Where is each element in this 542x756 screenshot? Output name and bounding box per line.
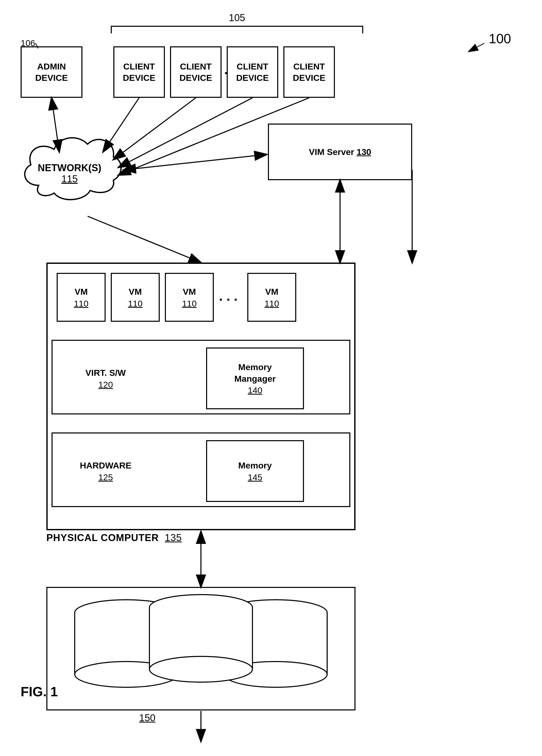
client-group-bracket — [111, 26, 363, 33]
client-device-3-label: CLIENTDEVICE — [236, 61, 269, 83]
client-device-1: CLIENTDEVICE — [113, 46, 165, 98]
physical-computer-label: PHYSICAL COMPUTER 135 — [46, 532, 182, 543]
svg-line-26 — [118, 98, 252, 167]
virt-sw-label-container: VIRT. S/W 120 — [57, 347, 154, 409]
vim-server-label: VIM Server 130 — [309, 146, 371, 158]
vm-box-4: VM 110 — [247, 273, 296, 322]
vim-server-ref: 130 — [357, 147, 371, 157]
svg-line-25 — [113, 98, 196, 160]
physical-computer-ref: 135 — [165, 532, 182, 543]
vm-1-ref: 110 — [74, 299, 89, 309]
memory-label: Memory — [238, 460, 272, 471]
storage-cylinders — [51, 587, 350, 705]
figure-number: 100 — [489, 31, 511, 46]
memory-manager-ref: 140 — [248, 385, 262, 395]
admin-device-box: ADMINDEVICE — [21, 46, 82, 98]
virt-sw-ref: 120 — [98, 380, 113, 390]
admin-device-label: ADMINDEVICE — [35, 61, 68, 83]
memory-box: Memory 145 — [206, 440, 304, 502]
client-device-4-label: CLIENTDEVICE — [293, 61, 326, 83]
memory-manager-box: MemoryMangager 140 — [206, 347, 304, 409]
virt-sw-label: VIRT. S/W — [85, 367, 126, 378]
vm-4-label: VM — [265, 286, 279, 297]
svg-line-29 — [88, 216, 201, 263]
svg-point-16 — [149, 656, 252, 682]
hardware-ref: 125 — [98, 472, 113, 482]
client-device-1-label: CLIENTDEVICE — [123, 61, 155, 83]
client-device-2: CLIENTDEVICE — [170, 46, 221, 98]
vm-3-ref: 110 — [182, 299, 197, 309]
vim-server-box: VIM Server 130 — [268, 124, 412, 180]
vm-dots: . . . — [219, 288, 237, 304]
client-device-3: CLIENTDEVICE — [227, 46, 278, 98]
client-device-2-label: CLIENTDEVICE — [179, 61, 212, 83]
figure-label: FIG. 1 — [21, 684, 58, 699]
client-device-4: CLIENTDEVICE — [284, 46, 335, 98]
memory-ref: 145 — [248, 472, 262, 482]
vm-1-label: VM — [75, 286, 88, 297]
hardware-label-container: HARDWARE 125 — [57, 440, 154, 502]
network-cloud: NETWORK(S) 115 — [15, 124, 124, 216]
svg-text:115: 115 — [61, 173, 77, 184]
vm-3-label: VM — [183, 286, 196, 297]
vm-4-ref: 110 — [264, 299, 279, 309]
svg-line-22 — [469, 43, 484, 51]
svg-line-28 — [124, 154, 266, 170]
vm-box-3: VM 110 — [165, 273, 214, 322]
hardware-label: HARDWARE — [80, 460, 131, 471]
vm-box-2: VM 110 — [111, 273, 160, 322]
svg-text:NETWORK(S): NETWORK(S) — [38, 162, 101, 173]
vm-2-label: VM — [129, 286, 142, 297]
memory-manager-label: MemoryMangager — [234, 361, 276, 384]
storage-ref: 150 — [139, 712, 155, 724]
client-group-bracket-label: 105 — [111, 12, 363, 23]
vm-2-ref: 110 — [128, 299, 143, 309]
vm-box-1: VM 110 — [57, 273, 106, 322]
diagram: 100 106 ADMINDEVICE 105 CLIENTDEVICE CLI… — [0, 0, 542, 756]
